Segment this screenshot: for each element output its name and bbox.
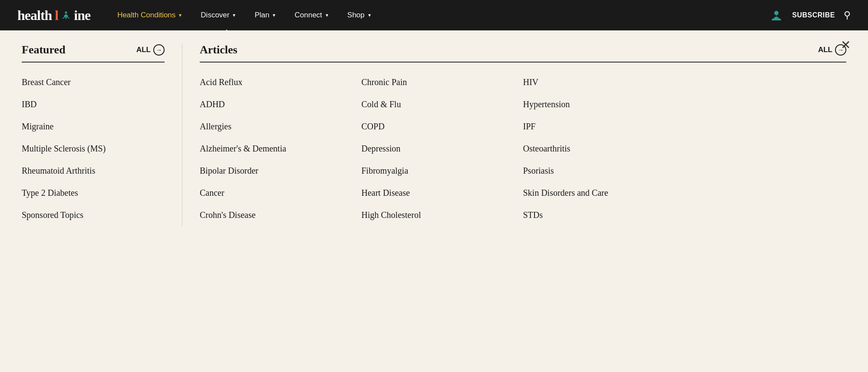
article-item[interactable]: IPF	[523, 115, 676, 138]
article-item[interactable]: Bipolar Disorder	[200, 160, 353, 182]
logo[interactable]: health l ine	[17, 7, 90, 23]
articles-col-1: Acid Reflux ADHD Allergies Alzheimer's &…	[200, 71, 361, 226]
articles-title: Articles	[200, 43, 238, 56]
article-item[interactable]: Psoriasis	[523, 160, 676, 182]
articles-section: Articles ALL → Acid Reflux ADHD Allergie…	[200, 43, 846, 226]
articles-col-2: Chronic Pain Cold & Flu COPD Depression …	[361, 71, 523, 226]
featured-item[interactable]: Sponsored Topics	[22, 204, 165, 226]
health-conditions-chevron: ▾	[179, 12, 182, 18]
search-icon[interactable]: ⚲	[844, 10, 851, 21]
shop-chevron: ▾	[368, 12, 371, 18]
discover-chevron: ▾	[233, 12, 235, 18]
featured-item[interactable]: Breast Cancer	[22, 71, 165, 93]
user-avatar-icon[interactable]	[769, 8, 783, 22]
subscribe-button[interactable]: SUBSCRIBE	[792, 11, 835, 19]
article-item[interactable]: HIV	[523, 71, 676, 93]
svg-point-0	[65, 11, 67, 13]
logo-accent: l	[55, 7, 58, 23]
featured-all-arrow-circle: →	[153, 44, 165, 56]
logo-icon	[62, 11, 70, 22]
nav-item-discover[interactable]: Discover ▾	[191, 0, 245, 30]
svg-point-1	[774, 11, 779, 15]
articles-col-3: HIV Hypertension IPF Osteoarthritis Psor…	[523, 71, 685, 226]
article-item[interactable]: Fibromyalgia	[361, 160, 514, 182]
featured-all-link[interactable]: ALL →	[136, 44, 165, 56]
article-item[interactable]: Depression	[361, 138, 514, 160]
featured-item[interactable]: Multiple Sclerosis (MS)	[22, 138, 165, 160]
dropdown-panel: ✕ Featured ALL → Breast Cancer IBD Migra…	[0, 30, 868, 248]
featured-item[interactable]: Migraine	[22, 115, 165, 138]
article-item[interactable]: ADHD	[200, 93, 353, 115]
article-item[interactable]: Alzheimer's & Dementia	[200, 138, 353, 160]
featured-list: Breast Cancer IBD Migraine Multiple Scle…	[22, 71, 165, 226]
nav-item-connect[interactable]: Connect ▾	[285, 0, 337, 30]
nav-item-plan[interactable]: Plan ▾	[245, 0, 285, 30]
nav-item-shop[interactable]: Shop ▾	[338, 0, 380, 30]
nav-item-health-conditions[interactable]: Health Conditions ▾	[108, 0, 191, 30]
article-item[interactable]: Cancer	[200, 182, 353, 204]
nav-items: Health Conditions ▾ Discover ▾ Plan ▾ Co…	[108, 0, 769, 30]
article-item[interactable]: Hypertension	[523, 93, 676, 115]
article-item[interactable]: Skin Disorders and Care	[523, 182, 676, 204]
connect-chevron: ▾	[326, 12, 328, 18]
dropdown-arrow	[219, 30, 234, 38]
article-item[interactable]: Osteoarthritis	[523, 138, 676, 160]
featured-section: Featured ALL → Breast Cancer IBD Migrain…	[22, 43, 182, 226]
close-button[interactable]: ✕	[841, 39, 851, 51]
article-item[interactable]: Cold & Flu	[361, 93, 514, 115]
article-item[interactable]: STDs	[523, 204, 676, 226]
articles-col-4	[685, 71, 846, 226]
article-item[interactable]: Chronic Pain	[361, 71, 514, 93]
featured-item[interactable]: IBD	[22, 93, 165, 115]
article-item[interactable]: Acid Reflux	[200, 71, 353, 93]
plan-chevron: ▾	[273, 12, 275, 18]
featured-title: Featured	[22, 43, 66, 56]
featured-header: Featured ALL →	[22, 43, 165, 63]
article-item[interactable]: High Cholesterol	[361, 204, 514, 226]
navbar: health l ine Health Conditions ▾ Discove…	[0, 0, 868, 30]
articles-grid: Acid Reflux ADHD Allergies Alzheimer's &…	[200, 71, 846, 226]
featured-item[interactable]: Rheumatoid Arthritis	[22, 160, 165, 182]
article-item[interactable]: Crohn's Disease	[200, 204, 353, 226]
nav-right: SUBSCRIBE ⚲	[769, 8, 851, 22]
articles-header: Articles ALL →	[200, 43, 846, 63]
article-item[interactable]: COPD	[361, 115, 514, 138]
article-item[interactable]: Allergies	[200, 115, 353, 138]
article-item[interactable]: Heart Disease	[361, 182, 514, 204]
featured-item[interactable]: Type 2 Diabetes	[22, 182, 165, 204]
